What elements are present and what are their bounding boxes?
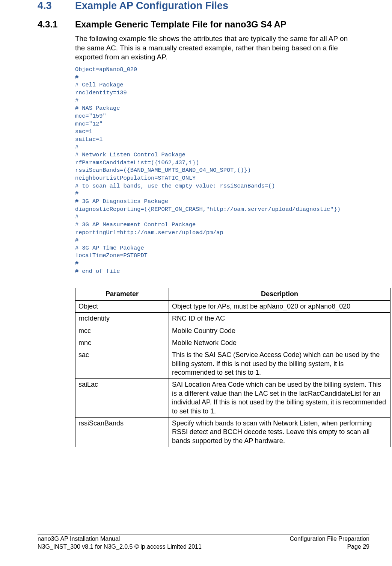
intro-paragraph: The following example file shows the att… xyxy=(75,34,354,62)
section-heading: 4.3 Example AP Configuration Files xyxy=(38,0,354,12)
table-row: mcc Mobile Country Code xyxy=(75,325,390,337)
section-number: 4.3 xyxy=(38,0,75,12)
param-desc: Mobile Network Code xyxy=(169,337,390,349)
param-name: rncIdentity xyxy=(75,313,169,325)
footer-doc-id: N3G_INST_300 v8.1 for N3G_2.0.5 © ip.acc… xyxy=(38,543,202,551)
section-title: Example AP Configuration Files xyxy=(75,0,228,12)
table-header-row: Parameter Description xyxy=(75,288,390,300)
subsection-heading: 4.3.1 Example Generic Template File for … xyxy=(38,19,354,30)
param-name: mnc xyxy=(75,337,169,349)
table-row: saiLac SAI Location Area Code which can … xyxy=(75,379,390,418)
footer-right: Configuration File Preparation Page 29 xyxy=(289,535,369,551)
table-row: rncIdentity RNC ID of the AC xyxy=(75,313,390,325)
param-name: rssiScanBands xyxy=(75,418,169,447)
footer-page-number: Page 29 xyxy=(289,543,369,551)
footer-left: nano3G AP Installation Manual N3G_INST_3… xyxy=(38,535,202,551)
config-file-example: Object=apNano8_020 # # Cell Package rncI… xyxy=(75,66,354,275)
param-desc: RNC ID of the AC xyxy=(169,313,390,325)
table-row: Object Object type for APs, must be apNa… xyxy=(75,300,390,312)
footer-chapter: Configuration File Preparation xyxy=(289,535,369,543)
param-desc: Mobile Country Code xyxy=(169,325,390,337)
param-name: sac xyxy=(75,349,169,379)
param-desc: Object type for APs, must be apNano_020 … xyxy=(169,300,390,312)
footer-manual-title: nano3G AP Installation Manual xyxy=(38,535,202,543)
table-row: mnc Mobile Network Code xyxy=(75,337,390,349)
param-desc: SAI Location Area Code which can be used… xyxy=(169,379,390,418)
param-desc: This is the SAI SAC (Service Access Code… xyxy=(169,349,390,379)
page-footer: nano3G AP Installation Manual N3G_INST_3… xyxy=(38,534,369,551)
table-header-description: Description xyxy=(169,288,390,300)
parameter-table: Parameter Description Object Object type… xyxy=(75,288,390,447)
param-name: Object xyxy=(75,300,169,312)
intro-text: The following example file shows the att… xyxy=(75,34,354,62)
param-name: mcc xyxy=(75,325,169,337)
table-row: sac This is the SAI SAC (Service Access … xyxy=(75,349,390,379)
subsection-number: 4.3.1 xyxy=(38,19,75,30)
table-row: rssiScanBands Specify which bands to sca… xyxy=(75,418,390,447)
subsection-title: Example Generic Template File for nano3G… xyxy=(75,19,286,30)
param-name: saiLac xyxy=(75,379,169,418)
param-desc: Specify which bands to scan with Network… xyxy=(169,418,390,447)
table-header-parameter: Parameter xyxy=(75,288,169,300)
